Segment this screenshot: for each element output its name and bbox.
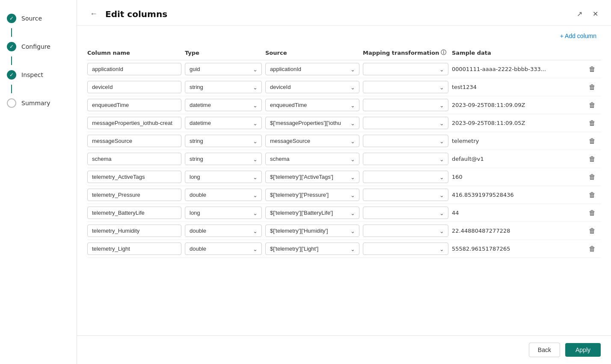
delete-row-button-8[interactable]: 🗑: [584, 207, 601, 219]
expand-icon: ↗: [577, 10, 582, 18]
mapping-select-5[interactable]: [363, 153, 448, 165]
sample-data-5: default@v1: [452, 156, 580, 162]
type-select-2[interactable]: guidstringdatetimelongdoubleboolint: [185, 99, 262, 111]
mapping-select-0[interactable]: [363, 63, 448, 75]
mapping-select-wrapper-7: [363, 189, 448, 201]
col-name-input-9[interactable]: [87, 225, 181, 237]
delete-row-button-0[interactable]: 🗑: [584, 64, 601, 75]
type-select-wrapper-2: guidstringdatetimelongdoubleboolint: [185, 99, 262, 111]
source-select-6[interactable]: $['telemetry']['ActiveTags']: [265, 171, 359, 183]
source-select-wrapper-8: $['telemetry']['BatteryLife']: [265, 207, 359, 219]
type-select-10[interactable]: guidstringdatetimelongdoubleboolint: [185, 243, 262, 255]
delete-row-button-5[interactable]: 🗑: [584, 154, 601, 165]
sidebar-item-summary[interactable]: Summary: [0, 93, 77, 113]
delete-row-button-10[interactable]: 🗑: [584, 243, 601, 255]
mapping-select-6[interactable]: [363, 171, 448, 183]
apply-button[interactable]: Apply: [565, 343, 601, 357]
page-title: Edit columns: [105, 9, 167, 19]
delete-row-button-3[interactable]: 🗑: [584, 118, 601, 129]
step-indicator-summary: [7, 98, 16, 108]
type-select-9[interactable]: guidstringdatetimelongdoubleboolint: [185, 225, 262, 237]
delete-icon: 🗑: [589, 209, 596, 217]
col-name-input-10[interactable]: [87, 243, 181, 255]
source-select-5[interactable]: schema: [265, 153, 359, 165]
source-select-wrapper-7: $['telemetry']['Pressure']: [265, 189, 359, 201]
col-name-input-7[interactable]: [87, 189, 181, 201]
mapping-select-wrapper-2: [363, 99, 448, 111]
mapping-select-1[interactable]: [363, 81, 448, 93]
source-select-wrapper-10: $['telemetry']['Light']: [265, 243, 359, 255]
sidebar: ✓Source✓Configure✓InspectSummary: [0, 0, 77, 364]
add-column-button[interactable]: + Add column: [556, 30, 601, 42]
delete-row-button-7[interactable]: 🗑: [584, 189, 601, 201]
type-select-4[interactable]: guidstringdatetimelongdoubleboolint: [185, 135, 262, 147]
expand-icon-button[interactable]: ↗: [574, 8, 585, 20]
sample-data-7: 416.85391979528436: [452, 192, 580, 198]
column-headers: Column name Type Source Mapping transfor…: [87, 45, 601, 60]
col-name-input-2[interactable]: [87, 99, 181, 111]
source-select-8[interactable]: $['telemetry']['BatteryLife']: [265, 207, 359, 219]
source-select-7[interactable]: $['telemetry']['Pressure']: [265, 189, 359, 201]
sidebar-item-configure[interactable]: ✓Configure: [0, 37, 77, 56]
mapping-select-2[interactable]: [363, 99, 448, 111]
source-select-wrapper-6: $['telemetry']['ActiveTags']: [265, 171, 359, 183]
type-select-7[interactable]: guidstringdatetimelongdoubleboolint: [185, 189, 262, 201]
type-select-1[interactable]: guidstringdatetimelongdoubleboolint: [185, 81, 262, 93]
table-rows: guidstringdatetimelongdoubleboolintappli…: [87, 60, 601, 258]
col-name-input-3[interactable]: [87, 117, 181, 129]
delete-row-button-4[interactable]: 🗑: [584, 136, 601, 147]
delete-row-button-1[interactable]: 🗑: [584, 82, 601, 93]
source-select-2[interactable]: enqueuedTime: [265, 99, 359, 111]
type-select-3[interactable]: guidstringdatetimelongdoubleboolint: [185, 117, 262, 129]
source-select-wrapper-9: $['telemetry']['Humidity']: [265, 225, 359, 237]
mapping-select-8[interactable]: [363, 207, 448, 219]
mapping-info-icon: ⓘ: [441, 49, 446, 56]
type-select-wrapper-7: guidstringdatetimelongdoubleboolint: [185, 189, 262, 201]
type-select-8[interactable]: guidstringdatetimelongdoubleboolint: [185, 207, 262, 219]
col-header-sample: Sample data: [452, 49, 580, 56]
source-select-9[interactable]: $['telemetry']['Humidity']: [265, 225, 359, 237]
sidebar-label-source: Source: [21, 15, 42, 22]
type-select-6[interactable]: guidstringdatetimelongdoubleboolint: [185, 171, 262, 183]
col-name-input-6[interactable]: [87, 171, 181, 183]
table-row: guidstringdatetimelongdoubleboolintschem…: [87, 150, 601, 168]
header-right: ↗ ✕: [574, 8, 601, 20]
source-select-3[interactable]: $['messageProperties']['iothu: [265, 117, 359, 129]
delete-icon: 🗑: [589, 119, 596, 127]
col-name-input-0[interactable]: [87, 63, 181, 75]
mapping-select-7[interactable]: [363, 189, 448, 201]
mapping-select-3[interactable]: [363, 117, 448, 129]
sidebar-item-source[interactable]: ✓Source: [0, 9, 77, 28]
col-name-input-8[interactable]: [87, 207, 181, 219]
delete-row-button-9[interactable]: 🗑: [584, 225, 601, 237]
source-select-1[interactable]: deviceId: [265, 81, 359, 93]
back-button[interactable]: Back: [529, 343, 560, 357]
sample-data-8: 44: [452, 210, 580, 216]
mapping-select-wrapper-5: [363, 153, 448, 165]
back-navigation-button[interactable]: ←: [87, 8, 100, 20]
type-select-5[interactable]: guidstringdatetimelongdoubleboolint: [185, 153, 262, 165]
source-select-4[interactable]: messageSource: [265, 135, 359, 147]
type-select-wrapper-3: guidstringdatetimelongdoubleboolint: [185, 117, 262, 129]
sidebar-item-inspect[interactable]: ✓Inspect: [0, 65, 77, 85]
mapping-select-4[interactable]: [363, 135, 448, 147]
mapping-select-wrapper-3: [363, 117, 448, 129]
mapping-select-10[interactable]: [363, 243, 448, 255]
col-name-input-5[interactable]: [87, 153, 181, 165]
source-select-10[interactable]: $['telemetry']['Light']: [265, 243, 359, 255]
source-select-wrapper-0: applicationId: [265, 63, 359, 75]
table-container[interactable]: Column name Type Source Mapping transfor…: [77, 45, 611, 335]
delete-icon: 🗑: [589, 191, 596, 199]
source-select-0[interactable]: applicationId: [265, 63, 359, 75]
col-header-type: Type: [185, 49, 262, 56]
col-header-column-name: Column name: [87, 49, 181, 56]
col-name-input-1[interactable]: [87, 81, 181, 93]
mapping-select-wrapper-6: [363, 171, 448, 183]
col-name-input-4[interactable]: [87, 135, 181, 147]
type-select-0[interactable]: guidstringdatetimelongdoubleboolint: [185, 63, 262, 75]
mapping-select-9[interactable]: [363, 225, 448, 237]
delete-row-button-6[interactable]: 🗑: [584, 172, 601, 183]
mapping-select-wrapper-10: [363, 243, 448, 255]
delete-row-button-2[interactable]: 🗑: [584, 100, 601, 111]
close-icon-button[interactable]: ✕: [590, 8, 601, 20]
